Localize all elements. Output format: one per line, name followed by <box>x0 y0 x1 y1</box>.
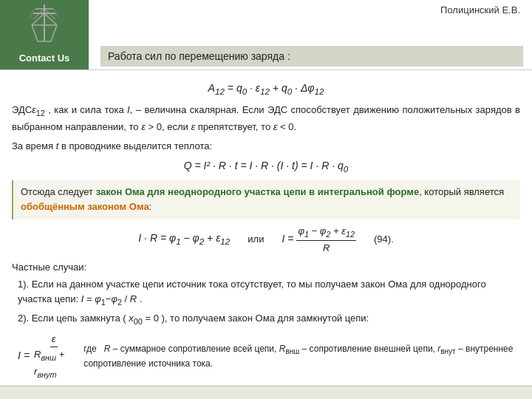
section-title-text: Работа сил по перемещению заряда : <box>108 50 290 62</box>
para2: За время t в проводнике выделится теплот… <box>12 139 520 154</box>
partial-cases: Частные случаи: 1). Если на данном участ… <box>12 260 520 381</box>
section-mid-text: , который является <box>419 186 504 197</box>
svg-line-9 <box>51 25 57 41</box>
section-intro-text: Отсюда следует <box>21 186 96 197</box>
svg-line-11 <box>30 13 33 18</box>
case1-item: 1). Если на данном участке цепи источник… <box>18 277 520 309</box>
svg-line-8 <box>32 25 38 41</box>
formula3-number: (94). <box>374 232 394 247</box>
section-end-text: : <box>149 201 152 212</box>
formula3-row: I · R = φ1 − φ2 + ε12 или I = φ1 − φ2 + … <box>12 224 520 256</box>
main-content: A12 = q0 · ε12 + q0 · Δφ12 ЭДСε12 , как … <box>0 70 532 391</box>
formula4-row: I = ε Rвнш + rвнут где R – суммарное соп… <box>18 332 520 381</box>
svg-line-12 <box>55 13 59 18</box>
formula3-fraction: φ1 − φ2 + ε12 R <box>296 224 355 256</box>
highlight-ohm-nonhomogeneous: закон Ома для неоднородного участка цепи… <box>96 186 419 197</box>
formula3-left: I · R = φ1 − φ2 + ε12 <box>138 231 230 248</box>
formula3-or: или <box>248 232 264 247</box>
ohm-law-section: Отсюда следует закон Ома для неоднородно… <box>12 180 520 219</box>
contact-us-box[interactable]: Contact Us <box>0 0 89 69</box>
para1: ЭДСε12 , как и сила тока I, – величина с… <box>12 103 520 135</box>
tower-icon <box>26 3 63 46</box>
highlight-ohm-general: обобщённым законом Ома <box>21 201 149 212</box>
case2-item: 2). Если цепь замкнута ( x00 = 0 ), то п… <box>18 311 520 327</box>
header-right: Полицинский Е.В. Работа сил по перемещен… <box>89 0 532 69</box>
formula1: A12 = q0 · ε12 + q0 · Δφ12 <box>12 81 520 98</box>
formula3-right: I = φ1 − φ2 + ε12 R <box>282 224 356 256</box>
bottom-bar <box>0 386 532 399</box>
formula4-desc: где R – суммарное сопротивление всей цеп… <box>83 342 520 370</box>
partial-cases-title: Частные случаи: <box>12 260 520 275</box>
formula2: Q = I² · R · t = I · R · (I · t) = I · R… <box>12 158 520 176</box>
contact-us-label: Contact Us <box>19 52 70 64</box>
formula4-fraction: ε Rвнш + rвнут <box>33 332 75 381</box>
author-name: Полицинский Е.В. <box>100 4 523 16</box>
formula4: I = ε Rвнш + rвнут <box>18 332 75 381</box>
top-bar: Contact Us Полицинский Е.В. Работа сил п… <box>0 0 532 70</box>
section-title-bar: Работа сил по перемещению заряда : <box>100 46 523 66</box>
